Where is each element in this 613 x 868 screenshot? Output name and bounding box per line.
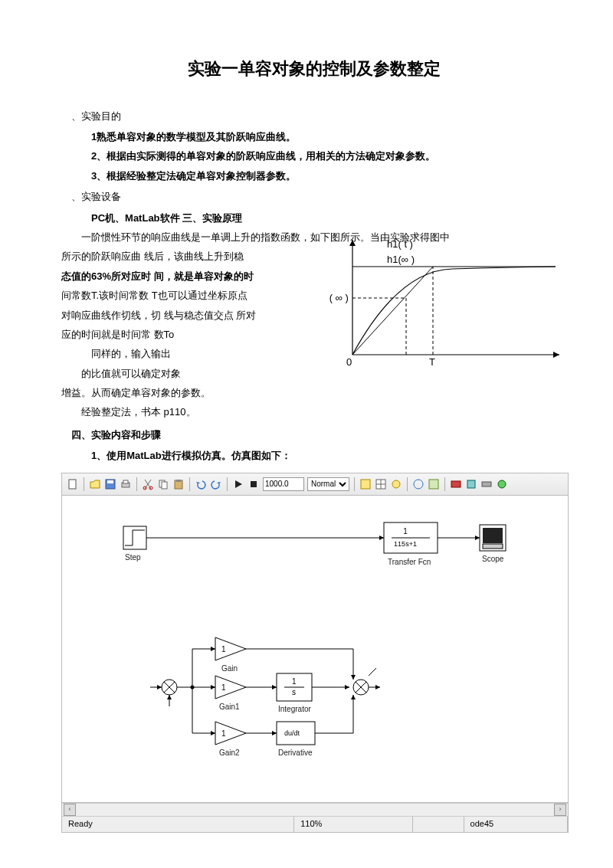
svg-rect-18 xyxy=(123,480,128,483)
cut-icon[interactable] xyxy=(142,478,154,490)
svg-marker-46 xyxy=(475,536,480,540)
step-label: Step xyxy=(125,551,141,565)
svg-marker-42 xyxy=(379,536,384,540)
redo-icon[interactable] xyxy=(210,478,222,490)
svg-marker-89 xyxy=(375,685,380,689)
scroll-right-icon[interactable]: › xyxy=(554,804,566,816)
paste-icon[interactable] xyxy=(172,478,185,490)
svg-point-20 xyxy=(149,486,152,490)
status-solver: ode45 xyxy=(464,817,568,832)
stop-icon[interactable] xyxy=(247,478,260,490)
svg-text:1: 1 xyxy=(292,677,297,686)
svg-rect-36 xyxy=(451,481,461,487)
gain2-label: Gain2 xyxy=(219,746,240,760)
svg-rect-48 xyxy=(483,528,503,543)
svg-marker-76 xyxy=(211,731,215,735)
gain-label: Gain xyxy=(221,662,238,676)
svg-rect-29 xyxy=(361,480,370,489)
svg-text:1: 1 xyxy=(221,729,226,738)
svg-text:1: 1 xyxy=(221,683,226,692)
svg-text:1: 1 xyxy=(403,527,408,536)
svg-point-39 xyxy=(498,480,506,488)
svg-marker-70 xyxy=(272,685,277,689)
tf-label: Transfer Fcn xyxy=(388,555,431,569)
svg-rect-38 xyxy=(482,482,491,486)
s1-item-3: 3、根据经验整定法确定单容对象控制器参数。 xyxy=(61,167,567,185)
tool-icon-5[interactable] xyxy=(428,478,440,490)
response-curve-figure: h1( t ) h1(∞ ) 0.63h1( ∞ ) 0 T xyxy=(329,232,567,370)
svg-marker-83 xyxy=(351,695,356,699)
sim-mode-select[interactable]: Normal xyxy=(307,477,349,491)
svg-marker-54 xyxy=(157,685,162,689)
svg-line-88 xyxy=(369,668,376,676)
simulink-window: Normal xyxy=(61,473,569,833)
play-icon[interactable] xyxy=(232,478,244,490)
svg-rect-14 xyxy=(69,480,76,489)
svg-rect-28 xyxy=(251,481,257,487)
svg-marker-1 xyxy=(553,352,559,358)
svg-point-33 xyxy=(392,480,400,488)
svg-marker-62 xyxy=(215,637,246,660)
open-icon[interactable] xyxy=(89,478,101,490)
s1-item-1: 1熟悉单容对象的数学模型及其阶跃响应曲线。 xyxy=(61,128,567,146)
sim-time-input[interactable] xyxy=(263,477,304,491)
tool-icon-8[interactable] xyxy=(480,478,493,490)
svg-marker-61 xyxy=(211,647,215,651)
tool-icon-6[interactable] xyxy=(450,478,462,490)
tool-icon-1[interactable] xyxy=(359,478,372,490)
scope-label: Scope xyxy=(482,552,503,566)
svg-rect-22 xyxy=(162,482,167,489)
svg-rect-16 xyxy=(107,480,113,483)
svg-line-5 xyxy=(352,267,433,355)
svg-rect-35 xyxy=(429,480,438,489)
svg-text:115s+1: 115s+1 xyxy=(394,540,417,548)
svg-point-19 xyxy=(143,486,146,490)
gain1-label: Gain1 xyxy=(219,700,240,714)
scroll-left-icon[interactable]: ‹ xyxy=(64,804,76,816)
s4-item-1: 1、使用MatLab进行模拟仿真。仿真图如下： xyxy=(61,447,567,464)
svg-text:0.63h1( ∞ ): 0.63h1( ∞ ) xyxy=(329,292,349,303)
svg-marker-77 xyxy=(215,722,246,745)
svg-marker-26 xyxy=(217,482,221,484)
svg-marker-74 xyxy=(345,685,349,689)
svg-marker-68 xyxy=(215,676,246,699)
status-bar: Ready 110% ode45 xyxy=(62,816,568,832)
derivative-label: Derivative xyxy=(278,746,312,760)
svg-marker-65 xyxy=(351,675,356,680)
copy-icon[interactable] xyxy=(157,478,169,490)
toolbar: Normal xyxy=(62,473,568,496)
svg-rect-49 xyxy=(483,544,503,549)
tool-icon-7[interactable] xyxy=(465,478,477,490)
svg-text:s: s xyxy=(292,688,296,696)
principle-text: 一阶惯性环节的响应曲线是一单调上升的指数函数，如下图所示。当由实验求得图中 所示… xyxy=(61,228,314,421)
svg-marker-25 xyxy=(196,482,200,484)
save-icon[interactable] xyxy=(104,478,116,490)
status-zoom: 110% xyxy=(294,817,413,832)
print-icon[interactable] xyxy=(120,478,132,490)
s2-item-1: PC机、MatLab软件 三、实验原理 xyxy=(61,209,567,227)
svg-marker-79 xyxy=(272,731,277,735)
new-icon[interactable] xyxy=(67,478,79,490)
tool-icon-3[interactable] xyxy=(390,478,402,490)
simulink-canvas[interactable]: 1 115s+1 1 1 1 1 s du/dt Step Transfer F… xyxy=(62,496,568,803)
tool-icon-2[interactable] xyxy=(375,478,387,490)
svg-text:du/dt: du/dt xyxy=(284,729,300,737)
page-title: 实验一单容对象的控制及参数整定 xyxy=(61,54,567,84)
section-2-head: 、实验设备 xyxy=(61,188,567,205)
svg-text:1: 1 xyxy=(221,645,226,653)
s1-item-2: 2、根据由实际测得的单容对象的阶跃响应曲线，用相关的方法确定对象参数。 xyxy=(61,147,567,165)
horizontal-scrollbar[interactable]: ‹ › xyxy=(62,803,568,816)
undo-icon[interactable] xyxy=(195,478,207,490)
svg-text:h1( t  ): h1( t ) xyxy=(387,238,413,250)
integrator-label: Integrator xyxy=(278,703,311,716)
section-4-head: 四、实验内容和步骤 xyxy=(61,426,567,444)
status-ready: Ready xyxy=(62,817,294,832)
svg-point-34 xyxy=(414,480,423,489)
tool-icon-4[interactable] xyxy=(412,478,425,490)
svg-marker-27 xyxy=(235,480,242,488)
svg-marker-67 xyxy=(211,685,215,689)
tool-icon-9[interactable] xyxy=(496,478,508,490)
section-1-head: 、实验目的 xyxy=(61,107,567,125)
svg-marker-56 xyxy=(167,695,172,699)
svg-text:h1(∞  ): h1(∞ ) xyxy=(387,254,415,265)
